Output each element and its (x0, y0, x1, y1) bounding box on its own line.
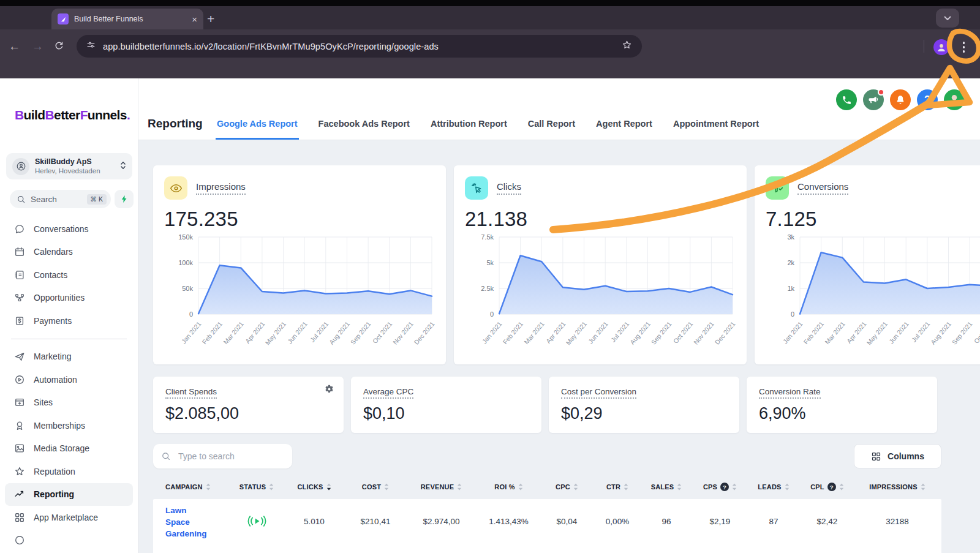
tab-appointment-report[interactable]: Appointment Report (672, 118, 760, 140)
help-icon[interactable]: ? (917, 89, 938, 110)
tab-call-report[interactable]: Call Report (527, 118, 576, 140)
notifications-bell-icon[interactable] (890, 89, 911, 110)
forward-button[interactable]: → (32, 40, 43, 52)
sort-icon[interactable] (518, 483, 523, 491)
sort-icon[interactable] (624, 483, 628, 491)
new-tab-button[interactable]: + (207, 12, 214, 26)
svg-text:Jul 2021: Jul 2021 (910, 320, 932, 343)
svg-text:Jan 2021: Jan 2021 (180, 320, 203, 345)
site-settings-icon[interactable] (86, 40, 96, 52)
account-switcher[interactable]: SkillBuddy ApS Herlev, Hovedstaden (6, 153, 132, 179)
sort-icon[interactable] (269, 483, 274, 491)
svg-text:Jun 2021: Jun 2021 (587, 320, 609, 345)
tab-close-icon[interactable]: × (192, 15, 197, 24)
sort-icon[interactable] (206, 483, 211, 491)
column-header-roi[interactable]: ROI % (477, 483, 541, 491)
browser-tab[interactable]: Build Better Funnels × (51, 9, 203, 29)
svg-text:Sep 2021: Sep 2021 (650, 320, 673, 345)
sort-icon[interactable] (457, 483, 462, 491)
column-header-label: STATUS (239, 483, 266, 491)
sidebar-item-more[interactable] (5, 529, 133, 552)
metric-value: $0,10 (363, 404, 529, 423)
svg-text:7.5k: 7.5k (481, 233, 494, 241)
sidebar-item-opportunities[interactable]: Opportunities (5, 287, 133, 310)
search-icon (17, 195, 26, 204)
sort-icon[interactable] (921, 483, 925, 491)
back-button[interactable]: ← (9, 40, 20, 52)
column-header-clicks[interactable]: CLICKS (284, 483, 345, 491)
phone-icon[interactable] (836, 89, 857, 110)
reload-button[interactable] (54, 41, 64, 53)
svg-text:Sep 2021: Sep 2021 (951, 320, 974, 345)
sidebar-item-conversations[interactable]: Conversations (5, 217, 133, 241)
column-header-cpl[interactable]: CPL? (798, 483, 856, 491)
sidebar-item-media-storage[interactable]: Media Storage (5, 437, 133, 461)
column-header-ctr[interactable]: CTR (593, 483, 642, 491)
sidebar-item-sites[interactable]: Sites (5, 391, 133, 415)
sidebar-item-contacts[interactable]: Contacts (5, 263, 133, 287)
tab-attribution-report[interactable]: Attribution Report (429, 118, 508, 140)
sidebar-item-marketing[interactable]: Marketing (5, 345, 133, 369)
columns-grid-icon (871, 451, 881, 462)
sidebar-item-reputation[interactable]: Reputation (5, 460, 133, 483)
column-header-sales[interactable]: SALES (642, 483, 691, 491)
sort-icon[interactable] (732, 483, 737, 491)
sidebar-search-input[interactable]: Search ⌘ K (10, 190, 111, 208)
sort-icon[interactable] (573, 483, 578, 491)
lightning-bolt-icon (120, 195, 129, 203)
quick-actions-button[interactable] (115, 190, 134, 208)
column-header-campaign[interactable]: CAMPAIGN (165, 483, 230, 491)
column-header-cps[interactable]: CPS? (691, 483, 749, 491)
sort-icon[interactable] (839, 483, 844, 491)
sidebar-item-app-marketplace[interactable]: App Marketplace (5, 506, 133, 529)
help-icon[interactable]: ? (827, 483, 836, 491)
browser-menu-button[interactable] (961, 40, 967, 55)
sidebar-item-memberships[interactable]: Memberships (5, 414, 133, 437)
svg-text:Mar 2021: Mar 2021 (522, 320, 546, 345)
sidebar-item-reporting[interactable]: Reporting (5, 483, 133, 506)
svg-text:Apr 2021: Apr 2021 (244, 320, 266, 344)
sort-icon[interactable] (384, 483, 389, 491)
kpi-card-conversions: Conversions7.12501k2k3kJan 2021Feb 2021M… (755, 165, 980, 364)
sidebar-item-calendars[interactable]: Calendars (5, 241, 133, 264)
column-header-status[interactable]: STATUS (230, 483, 284, 491)
tab-agent-report[interactable]: Agent Report (595, 118, 654, 140)
table-row[interactable]: Lawn Space Gardening5.010$210,41$2.974,0… (153, 499, 941, 553)
page-title: Reporting (148, 117, 203, 130)
settings-gear-icon[interactable] (324, 384, 334, 397)
tab-google-ads-report[interactable]: Google Ads Report (216, 118, 299, 140)
media-icon (14, 443, 25, 454)
url-bar[interactable]: app.buildbetterfunnels.io/v2/location/Fr… (77, 35, 642, 58)
svg-text:0: 0 (791, 310, 794, 318)
sidebar-item-payments[interactable]: Payments (5, 309, 133, 333)
cursor-icon (465, 176, 488, 200)
columns-button[interactable]: Columns (854, 444, 941, 468)
sort-icon[interactable] (677, 483, 682, 491)
bookmark-star-icon[interactable] (622, 40, 632, 53)
header-icons: ? (836, 89, 965, 110)
column-header-impressions[interactable]: IMPRESSIONS (856, 483, 938, 491)
column-header-cpc[interactable]: CPC (541, 483, 593, 491)
sidebar: BuildBetterFunnels. SkillBuddy ApS Herle… (0, 78, 138, 553)
column-header-label: REVENUE (421, 483, 454, 491)
column-header-label: CAMPAIGN (165, 483, 203, 491)
campaign-cell[interactable]: Lawn Space Gardening (165, 499, 230, 553)
user-avatar[interactable] (944, 89, 965, 110)
sidebar-item-automation[interactable]: Automation (5, 368, 133, 391)
screen: { "browser": { "tab_title": "Build Bette… (0, 0, 980, 553)
kpi-card-header: Impressions (164, 176, 435, 200)
metric-label: Average CPC (363, 387, 413, 399)
announcements-icon[interactable] (863, 89, 884, 110)
sort-icon[interactable] (326, 483, 331, 491)
column-header-leads[interactable]: LEADS (749, 483, 798, 491)
tab-facebook-ads-report[interactable]: Facebook Ads Report (317, 118, 411, 140)
column-header-revenue[interactable]: REVENUE (406, 483, 477, 491)
help-icon[interactable]: ? (720, 483, 729, 491)
sort-icon[interactable] (785, 483, 790, 491)
table-search[interactable] (153, 444, 292, 468)
table-search-input[interactable] (177, 451, 284, 462)
browser-profile-avatar[interactable] (933, 39, 949, 55)
column-header-cost[interactable]: COST (345, 483, 406, 491)
campaign-link[interactable]: Lawn Space Gardening (165, 505, 209, 540)
tab-search-button[interactable] (936, 9, 959, 28)
